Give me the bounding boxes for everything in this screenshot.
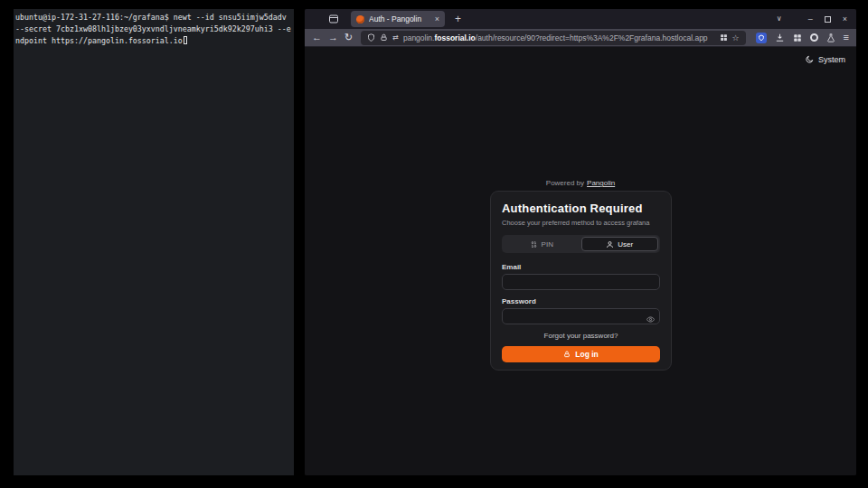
terminal-window[interactable]: ubuntu@ip-172-31-27-116:~/grafana$ newt … [14, 9, 294, 475]
tab-pin[interactable]: PIN [504, 237, 580, 251]
url-text[interactable]: pangolin.fossorial.io/auth/resource/90?r… [403, 33, 715, 42]
toolbar-icons: ≡ [754, 33, 849, 43]
login-button-label: Log in [575, 350, 599, 359]
labs-flask-icon[interactable] [826, 33, 835, 42]
email-label: Email [502, 263, 660, 271]
close-window-button[interactable]: × [843, 15, 847, 23]
account-icon[interactable] [810, 33, 818, 42]
theme-label: System [818, 55, 845, 64]
desktop: { "terminal": { "lines": [ "ubuntu@ip-17… [0, 0, 868, 488]
user-icon [606, 240, 614, 249]
extensions-grid-icon[interactable] [793, 33, 802, 42]
menu-icon[interactable]: ≡ [844, 33, 849, 42]
browser-window: Auth - Pangolin × + ∨ – × ← → ↻ ⇄ pangol… [305, 9, 856, 475]
eye-icon[interactable] [646, 315, 655, 324]
tab-close-icon[interactable]: × [435, 15, 439, 23]
forward-button[interactable]: → [328, 33, 338, 42]
password-label: Password [502, 297, 660, 305]
login-button[interactable]: Log in [502, 346, 660, 362]
pangolin-link[interactable]: Pangolin [587, 179, 615, 187]
terminal-line: --secret 7cbz1xw08lh1jbzey03yxvndljvneam… [15, 23, 292, 35]
tab-user[interactable]: User [581, 237, 659, 251]
binary-pin-icon [530, 240, 538, 249]
tab-auth-pangolin[interactable]: Auth - Pangolin × [351, 11, 445, 27]
terminal-line-text: ndpoint https://pangolin.fossorial.io [15, 36, 183, 45]
terminal-line: ubuntu@ip-172-31-27-116:~/grafana$ newt … [15, 12, 292, 23]
page-content: System Powered byPangolin Authentication… [305, 47, 856, 475]
tab-title: Auth - Pangolin [369, 14, 430, 23]
auth-card: Authentication Required Choose your pref… [490, 191, 672, 371]
powered-by-text: Powered by [546, 179, 584, 187]
new-tab-button[interactable]: + [455, 14, 461, 24]
pangolin-favicon-icon [356, 15, 364, 23]
back-button[interactable]: ← [312, 33, 322, 42]
card-title: Authentication Required [502, 202, 660, 215]
navigation-toolbar: ← → ↻ ⇄ pangolin.fossorial.io/auth/resou… [305, 29, 856, 47]
minimize-button[interactable]: – [808, 15, 813, 23]
maximize-button[interactable] [825, 16, 831, 23]
forgot-password-link[interactable]: Forgot your password? [502, 332, 660, 340]
url-domain: fossorial.io [434, 33, 475, 42]
auth-method-toggle: PIN User [502, 235, 660, 253]
list-all-tabs-icon[interactable]: ∨ [777, 15, 782, 23]
containers-grid-icon[interactable] [720, 33, 728, 42]
tab-pin-label: PIN [542, 240, 553, 249]
downloads-icon[interactable] [775, 33, 785, 42]
permissions-icon[interactable]: ⇄ [392, 33, 399, 42]
moon-icon [805, 55, 814, 64]
theme-toggle[interactable]: System [805, 55, 845, 64]
terminal-line: ndpoint https://pangolin.fossorial.io [15, 35, 292, 47]
lock-icon [380, 33, 388, 42]
tab-user-label: User [618, 240, 633, 249]
tab-bar: Auth - Pangolin × + ∨ – × [305, 9, 856, 29]
url-bar[interactable]: ⇄ pangolin.fossorial.io/auth/resource/90… [361, 31, 745, 45]
url-prefix: pangolin. [403, 33, 435, 42]
url-path: /auth/resource/90?redirect=https%3A%2F%2… [476, 33, 708, 42]
lock-icon-button [563, 351, 571, 358]
card-subtitle: Choose your preferred method to access g… [502, 219, 660, 227]
window-controls: ∨ – × [777, 15, 856, 23]
tracking-shield-icon[interactable] [367, 33, 375, 42]
terminal-cursor [184, 36, 187, 44]
email-input[interactable] [502, 274, 660, 290]
bookmark-star-icon[interactable]: ☆ [732, 33, 740, 42]
password-field-wrapper [502, 308, 660, 324]
reload-button[interactable]: ↻ [344, 33, 353, 42]
firefox-view-icon[interactable] [328, 14, 339, 24]
powered-by: Powered byPangolin [305, 179, 856, 187]
password-extension-icon[interactable] [756, 33, 767, 43]
password-input[interactable] [502, 308, 660, 324]
